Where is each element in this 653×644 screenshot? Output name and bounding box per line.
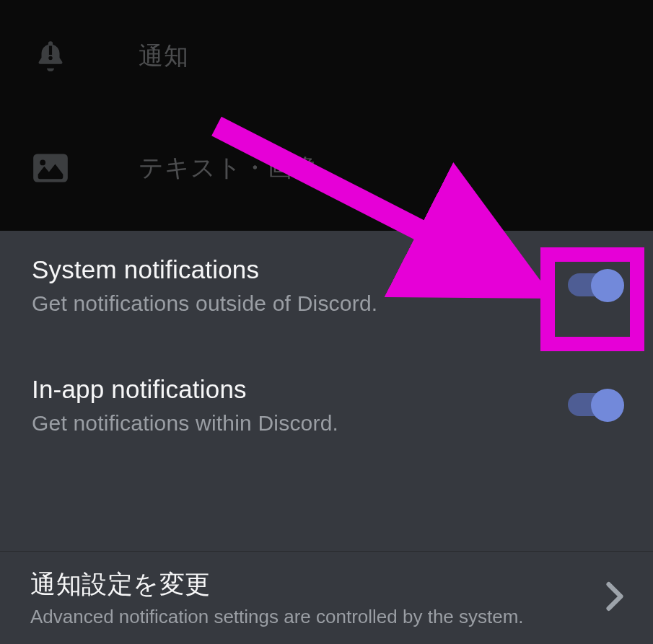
setting-row-system-notifications[interactable]: System notifications Get notifications o… [0, 231, 653, 340]
in-app-notifications-toggle[interactable] [568, 390, 624, 420]
setting-title: System notifications [32, 255, 551, 284]
svg-point-1 [40, 159, 45, 165]
setting-texts: System notifications Get notifications o… [32, 255, 551, 316]
image-icon [27, 152, 74, 184]
setting-texts: In-app notifications Get notifications w… [32, 375, 551, 436]
chevron-right-icon [605, 581, 624, 614]
bell-icon [27, 36, 74, 76]
toggle-thumb [591, 269, 624, 302]
system-notifications-toggle[interactable] [568, 270, 624, 301]
setting-title: 通知設定を変更 [30, 568, 588, 601]
setting-row-in-app-notifications[interactable]: In-app notifications Get notifications w… [0, 340, 653, 460]
settings-item-label: 通知 [139, 40, 189, 73]
setting-description: Get notifications within Discord. [32, 411, 551, 436]
setting-description: Advanced notification settings are contr… [30, 606, 588, 628]
notifications-panel: System notifications Get notifications o… [0, 231, 653, 644]
settings-item-text-images[interactable]: テキスト・画像 [27, 112, 653, 224]
change-notification-settings-row[interactable]: 通知設定を変更 Advanced notification settings a… [0, 551, 653, 644]
setting-title: In-app notifications [32, 375, 551, 404]
toggle-thumb [591, 389, 624, 422]
setting-description: Get notifications outside of Discord. [32, 291, 551, 316]
setting-texts: 通知設定を変更 Advanced notification settings a… [30, 568, 588, 628]
settings-item-label: テキスト・画像 [139, 151, 318, 185]
settings-item-notifications[interactable]: 通知 [27, 0, 653, 112]
